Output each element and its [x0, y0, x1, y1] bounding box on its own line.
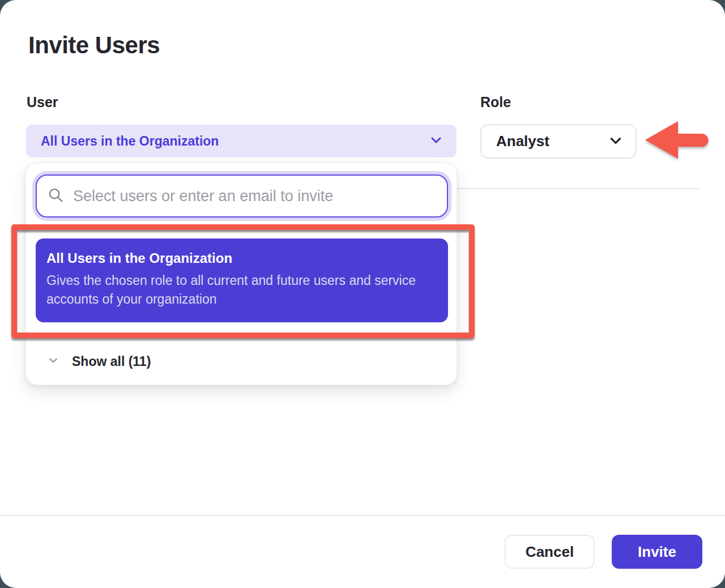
role-selected-value: Analyst [496, 133, 608, 150]
user-select-trigger[interactable]: All Users in the Organization [26, 125, 457, 157]
show-all-label: Show all (11) [72, 354, 151, 369]
show-all-toggle[interactable]: Show all (11) [26, 348, 457, 375]
footer-divider [0, 515, 725, 516]
invite-users-dialog: Invite Users User Role All Users in the … [0, 0, 725, 588]
option-description: Gives the chosen role to all current and… [46, 271, 434, 309]
search-icon [47, 186, 73, 206]
chevron-down-icon [429, 133, 443, 149]
user-field-label: User [27, 94, 58, 110]
option-title: All Users in the Organization [46, 250, 434, 266]
user-dropdown-panel: All Users in the Organization Gives the … [25, 163, 457, 385]
invite-button[interactable]: Invite [612, 535, 702, 569]
user-selected-value: All Users in the Organization [41, 134, 429, 149]
chevron-down-icon [48, 355, 72, 368]
dropdown-option-all-users[interactable]: All Users in the Organization Gives the … [36, 238, 448, 322]
user-search-field[interactable] [36, 174, 448, 218]
section-divider [458, 188, 699, 189]
role-select[interactable]: Analyst [480, 124, 637, 159]
role-field-label: Role [480, 94, 511, 110]
chevron-down-icon [608, 133, 623, 150]
annotation-arrow-icon [643, 117, 710, 167]
page-title: Invite Users [28, 32, 160, 59]
search-input[interactable] [73, 188, 436, 205]
cancel-button[interactable]: Cancel [505, 535, 595, 569]
